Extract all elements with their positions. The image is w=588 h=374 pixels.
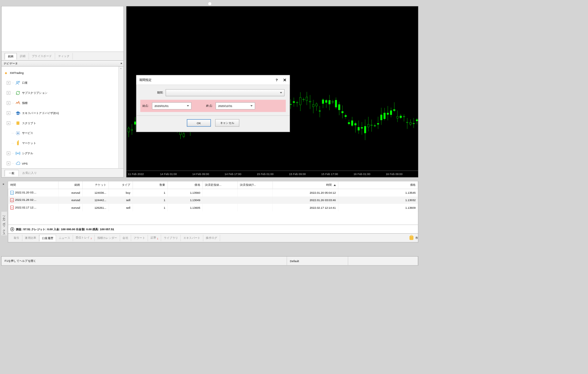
tab-details[interactable]: 詳細 [17,53,29,59]
svg-rect-154 [368,124,369,127]
col-symbol[interactable]: 銘柄 [58,181,82,189]
col-volume[interactable]: 数量 [133,181,168,189]
tree-root-xmtrading[interactable]: ◈ XMTrading [2,68,123,78]
svg-rect-122 [316,104,318,106]
col-time[interactable]: 時間 [8,181,58,189]
col-price[interactable]: 価格 [168,181,202,189]
tab-priceboard[interactable]: プライスボード [29,53,55,59]
svg-rect-162 [380,115,382,120]
status-profile[interactable]: Default [287,257,348,265]
graduation-cap-icon [15,110,21,116]
navigator-close-icon[interactable]: × [120,62,122,65]
table-header-row: 時間 銘柄 チケット タイプ 数量 価格 決済逆指値... 決済指値(T... … [8,181,418,189]
tree-item-vps[interactable]: +··· VPS [2,158,123,169]
expand-icon[interactable]: + [7,81,10,85]
order-icon [10,206,14,210]
table-row[interactable]: 2022.02.17 12:...eurusd126261...sell11.1… [8,204,418,211]
col-price2[interactable]: 価格 [338,181,418,189]
time-tick: 15 Feb 09:00 [289,172,321,176]
toolbox-tab-6[interactable]: 会社 [120,235,131,241]
svg-rect-144 [351,120,353,125]
expand-icon[interactable]: + [7,111,10,115]
tree-item-label: 口座 [22,81,28,85]
window-handle-dot-icon [208,2,211,5]
tree-item-account[interactable]: +··· 口座 [2,78,123,88]
col-ticket[interactable]: チケット [82,181,109,189]
toolbox-tab-4[interactable]: 受信トレイ 7 [73,235,95,241]
table-row[interactable]: 2022.01.26 02:...eurusd124442...sell11.1… [8,197,418,204]
col-type[interactable]: タイプ [109,181,133,189]
period-select[interactable] [166,89,285,96]
expand-icon[interactable]: + [7,121,10,125]
col-sl[interactable]: 決済逆指値... [202,181,237,189]
toolbox-tab-8[interactable]: 記事 1 [148,235,161,241]
order-icon [10,191,14,195]
svg-point-3 [17,133,19,134]
expand-icon[interactable]: + [7,162,10,165]
toolbox-tab-1[interactable]: 運用比率 [22,235,39,241]
tree-item-subscription[interactable]: +··· サブスクリプション [2,88,123,98]
svg-point-0 [17,81,18,83]
svg-rect-134 [335,100,337,107]
toolbox-close-icon[interactable]: × [3,182,4,186]
dialog-titlebar[interactable]: 期間指定 ? ✕ [136,75,290,85]
table-row[interactable]: 2022.01.20 03:...eurusd124036...buy11.13… [8,189,418,197]
account-icon [15,80,21,86]
tab-symbols[interactable]: 銘柄 [5,53,17,60]
toolbox-tab-0[interactable]: 取引 [11,235,22,241]
toolbox-tab-7[interactable]: アラート [131,235,148,241]
col-time2[interactable]: 時間 [273,181,338,189]
expand-icon[interactable]: + [7,151,10,155]
svg-rect-182 [413,123,415,124]
tab-general[interactable]: 一般 [5,170,19,177]
navigator-scrollbar[interactable]: ⌃ [118,67,123,168]
cancel-button[interactable]: キャンセル [215,119,239,127]
toolbox-tab-10[interactable]: エキスパート [181,235,203,241]
chart-panel[interactable]: 11 Feb 2022 14 Feb 01:00 14 Feb 09:00 14… [126,6,418,177]
scroll-up-icon[interactable]: ⌃ [119,67,123,72]
tree-item-indicators[interactable]: +··· 指標 [2,98,123,108]
tab-tick[interactable]: ティック [55,53,73,59]
market-tab-partial[interactable]: 市 [415,236,418,240]
close-icon[interactable]: ✕ [283,77,287,82]
toolbox-tab-11[interactable]: 操作ログ [203,235,220,241]
tree-item-label: サブスクリプション [22,91,47,95]
window-titlebar[interactable] [0,0,420,5]
tree-item-scripts[interactable]: +··· スクリプト [2,118,123,128]
svg-rect-118 [309,101,311,102]
svg-rect-160 [377,124,379,124]
col-tp[interactable]: 決済指値(T... [238,181,273,189]
toolbox-tab-5[interactable]: 指標カレンダー [95,235,120,241]
toolbox-tab-3[interactable]: ニュース [56,235,73,241]
bag-icon [15,141,21,146]
help-icon[interactable]: ? [276,78,278,82]
market-bag-icon[interactable] [409,236,413,240]
cloud-icon [15,161,21,166]
svg-rect-172 [397,116,398,118]
tree-item-label: エキスパートアドバイザ(EA) [22,111,59,115]
tree-item-market[interactable]: ··· マーケット [2,138,123,148]
svg-rect-142 [348,122,350,124]
dialog-title: 期間指定 [139,78,152,82]
tree-item-ea[interactable]: +··· エキスパートアドバイザ(EA) [2,108,123,118]
start-date-input[interactable]: 2020/01/01 [152,102,191,109]
svg-rect-130 [329,100,330,104]
time-tick: 16 Feb 01:00 [353,172,386,176]
expand-icon[interactable]: + [7,91,10,95]
ok-button[interactable]: OK [187,119,211,127]
svg-rect-132 [332,102,334,102]
toolbox-tab-9[interactable]: ライブラリ [161,235,181,241]
start-label: 始点: [142,104,149,108]
tab-favorites[interactable]: お気に入り [19,170,41,176]
toolbox-tab-2[interactable]: 口座履歴 [39,235,56,242]
plus-circle-icon[interactable]: + [10,227,14,231]
tree-connector-icon: ··· [12,82,14,84]
tree-item-signals[interactable]: +··· シグナル [2,148,123,158]
end-date-input[interactable]: 2020/12/31 [216,102,255,109]
svg-rect-112 [300,97,301,105]
svg-rect-180 [409,122,411,124]
tree-item-services[interactable]: ··· サービス [2,128,123,138]
chart-time-axis: 11 Feb 2022 14 Feb 01:00 14 Feb 09:00 14… [126,171,418,177]
tree-connector-icon: ··· [12,122,14,124]
expand-icon[interactable]: + [7,101,10,105]
